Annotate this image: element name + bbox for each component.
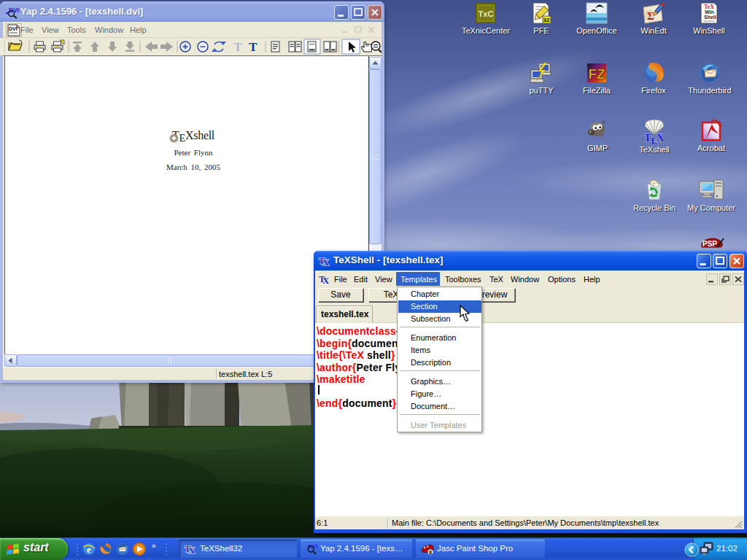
svg-text:DVI: DVI (9, 26, 18, 31)
svg-text:TxC: TxC (479, 9, 494, 18)
svg-text:FZ: FZ (588, 66, 605, 82)
svg-text:X: X (188, 545, 196, 555)
svg-text:X: X (322, 275, 330, 285)
svg-text:T: T (249, 40, 258, 54)
svg-text:T: T (234, 41, 242, 53)
svg-text:32: 32 (543, 17, 550, 23)
svg-text:Win: Win (705, 9, 714, 15)
svg-text:PSP: PSP (703, 240, 717, 248)
svg-text:Shell: Shell (704, 15, 716, 20)
svg-text:X: X (322, 257, 330, 267)
svg-text:8: 8 (429, 549, 433, 555)
svg-text:»: » (152, 542, 156, 550)
